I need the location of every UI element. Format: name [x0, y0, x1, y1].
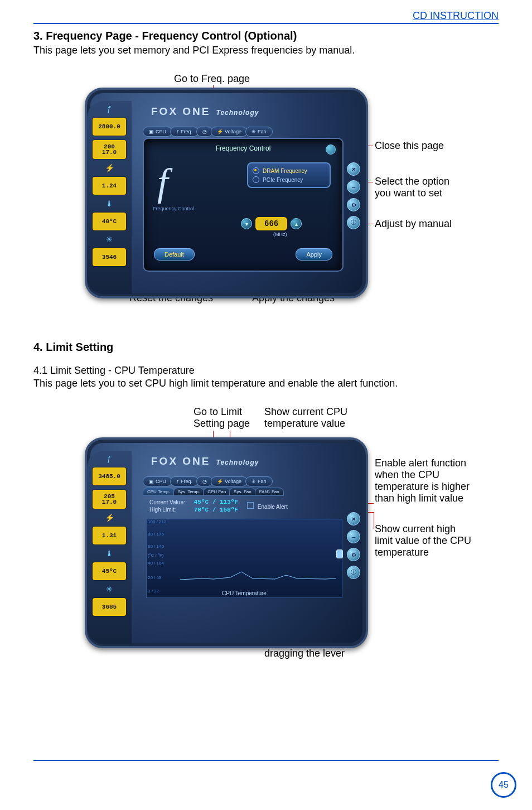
tab-fan-2[interactable]: ✳Fan — [245, 476, 273, 486]
tab-voltage-2[interactable]: ⚡Voltage — [211, 476, 248, 486]
high-limit-label: High Limit: — [149, 507, 185, 513]
tab-voltage[interactable]: ⚡Voltage — [211, 127, 248, 137]
spin-down-button[interactable]: ▾ — [241, 218, 252, 229]
logo-tag-2: Technology — [216, 459, 259, 466]
select-l1: Select the option — [375, 176, 449, 187]
enable-alert[interactable]: Enable Alert — [247, 502, 288, 510]
section4-sub2: This page lets you to set CPU high limit… — [33, 378, 499, 389]
graph-title: CPU Temperature — [147, 590, 342, 596]
ytick-5: 100 / 212 — [148, 519, 166, 524]
wave-icon: ƒ — [176, 129, 179, 134]
section4-sub1: 4.1 Limit Setting - CPU Temperature — [33, 365, 499, 377]
subtab-cpu-fan[interactable]: CPU Fan — [203, 488, 230, 496]
section-label: Frequency Control — [153, 206, 194, 211]
apply-button[interactable]: Apply — [296, 248, 332, 261]
tab-fan-label: Fan — [258, 129, 267, 134]
radio-on-icon — [253, 167, 259, 174]
radio-off-icon — [253, 176, 259, 183]
callout-adjust: Adjust by manual — [375, 218, 452, 230]
bottom-rule — [33, 760, 499, 761]
settings-button-2[interactable]: ⚙ — [347, 548, 360, 561]
minimize-button[interactable]: – — [347, 180, 360, 194]
tab-freq[interactable]: ƒFreq. — [170, 127, 199, 137]
side-panel: ƒ 2800.0 200 17.0 ⚡ 1.24 🌡 40ºC ✳ 3546 — [87, 101, 132, 294]
wave-icon: ƒ — [176, 479, 179, 484]
side-cpu-freq-2: 3485.0 — [93, 467, 126, 485]
logo-row: FOX ONE Technology — [151, 105, 259, 118]
ytick-4: 80 / 176 — [148, 532, 164, 537]
big-f-icon: f — [157, 160, 168, 205]
tab-fan-label-2: Fan — [258, 479, 267, 484]
callout-r2: Show current high limit value of the CPU… — [375, 523, 492, 558]
close-button[interactable] — [326, 144, 336, 155]
current-value: 45ºC / 113ºF — [194, 499, 238, 505]
logo-tag: Technology — [216, 109, 259, 117]
high-limit-lever[interactable] — [336, 549, 343, 558]
tab-cpu-2[interactable]: ▣CPU — [143, 476, 172, 486]
tab-cpu[interactable]: ▣CPU — [143, 127, 172, 137]
side-panel-2: ƒ 3485.0 205 17.0 ⚡ 1.31 🌡 45ºC ✳ 3685 — [87, 451, 132, 644]
current-value-label: Current Value: — [149, 499, 185, 505]
section3-heading: 3. Frequency Page - Frequency Control (O… — [33, 30, 499, 42]
ratio-b: 17.0 — [102, 150, 117, 155]
screen-freq: Frequency Control f DRAM Frequency PCIe … — [143, 138, 344, 272]
side-volt-2: 1.31 — [93, 527, 126, 544]
section3-body: This page lets you set memory and PCI Ex… — [33, 45, 499, 56]
callout-top-right: Show current CPU temperature value — [264, 406, 370, 430]
readouts: Current Value: High Limit: 45ºC / 113ºF … — [149, 499, 288, 513]
unit-label: (MHz) — [273, 232, 287, 237]
side-ratio-2: 205 17.0 — [93, 490, 126, 509]
subtab-cpu-temp[interactable]: CPU Temp. — [143, 488, 175, 496]
minimize-button-2[interactable]: – — [347, 530, 360, 543]
option-pcie[interactable]: PCIe Frequency — [253, 175, 325, 184]
side-cpu-freq: 2800.0 — [93, 118, 126, 136]
close-icon-button-2[interactable]: ✕ — [347, 512, 360, 525]
default-button[interactable]: Default — [154, 248, 195, 261]
r1d: than high limit value — [375, 493, 463, 504]
sub-tabs: CPU Temp. Sys. Temp. CPU Fan Sys. Fan FA… — [143, 488, 283, 496]
tab-fan[interactable]: ✳Fan — [245, 127, 273, 137]
plot-line — [180, 571, 336, 582]
section4-heading: 4. Limit Setting — [33, 341, 499, 354]
tab-freq-2[interactable]: ƒFreq. — [170, 476, 199, 486]
opt-dram-label: DRAM Frequency — [263, 168, 307, 174]
logo-text-2: FOX ONE — [151, 455, 211, 467]
side-rpm: 3546 — [93, 248, 126, 266]
gauge-icon: ◔ — [202, 129, 207, 134]
header-link: CD INSTRUCTION — [33, 10, 499, 22]
freq-icon: ƒ — [107, 454, 112, 463]
bolt-icon: ⚡ — [217, 129, 223, 134]
option-dram[interactable]: DRAM Frequency — [253, 166, 325, 175]
settings-button[interactable]: ⚙ — [347, 198, 360, 211]
tab-cpu-label: CPU — [156, 129, 166, 134]
ytick-unit: (ºC / ºF) — [148, 553, 164, 558]
thermometer-icon: 🌡 — [105, 199, 113, 208]
info-button-2[interactable]: ⓘ — [347, 566, 360, 579]
side-temp-2: 45ºC — [93, 562, 126, 580]
r2b: limit value of the CPU — [375, 535, 471, 546]
value-spinner: ▾ 666 ▴ — [241, 217, 302, 230]
tab-freq-label-2: Freq. — [181, 479, 192, 484]
device-frame-2: ƒ 3485.0 205 17.0 ⚡ 1.31 🌡 45ºC ✳ 3685 F… — [85, 437, 368, 648]
ytick-3: 60 / 140 — [148, 544, 164, 549]
option-box: DRAM Frequency PCIe Frequency — [247, 162, 331, 188]
subtab-sys-fan[interactable]: Sys. Fan — [229, 488, 256, 496]
ytick-1: 20 / 68 — [148, 575, 161, 580]
r1b: when the CPU — [375, 469, 439, 480]
right-buttons: ✕ – ⚙ ⓘ — [347, 162, 360, 229]
spin-up-button[interactable]: ▴ — [291, 218, 302, 229]
tr-b: temperature value — [264, 418, 345, 429]
tl-a: Go to Limit — [194, 406, 242, 417]
subtab-sys-temp[interactable]: Sys. Temp. — [173, 488, 204, 496]
bot2: dragging the lever — [264, 648, 345, 659]
close-icon-button[interactable]: ✕ — [347, 162, 360, 176]
callout-close: Close this page — [375, 140, 444, 152]
ytick-2: 40 / 104 — [148, 561, 164, 566]
subtab-fan1[interactable]: FAN1 Fan — [255, 488, 284, 496]
tab-volt-label-2: Voltage — [225, 479, 241, 484]
info-button[interactable]: ⓘ — [347, 216, 360, 229]
main-tabs-2: ▣CPU ƒFreq. ◔ ⚡Voltage ✳Fan — [143, 476, 270, 486]
side-rpm-2: 3685 — [93, 598, 126, 616]
main-tabs: ▣CPU ƒFreq. ◔ ⚡Voltage ✳Fan — [143, 127, 270, 137]
fan-icon: ✳ — [106, 585, 113, 594]
